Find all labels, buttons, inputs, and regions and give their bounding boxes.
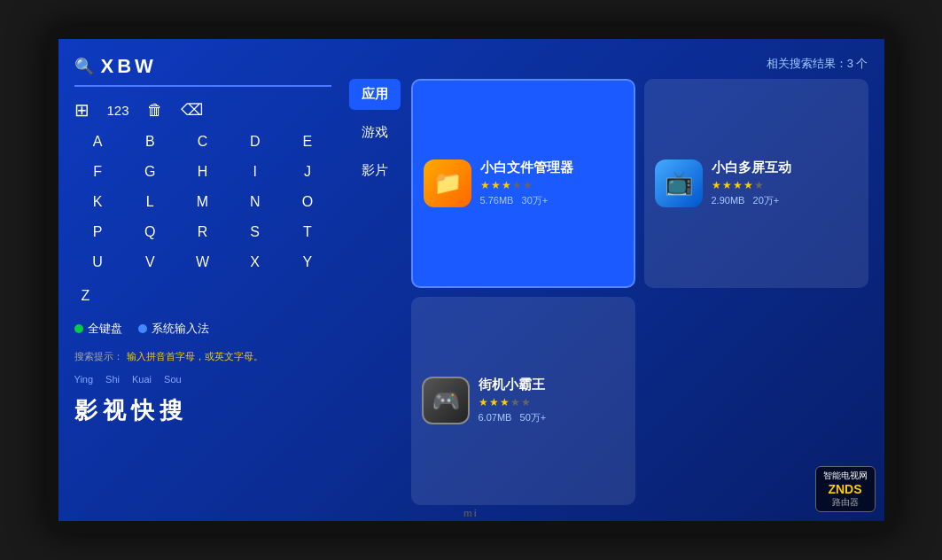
keyboard-grid: A B C D E F G H I J K L M N O — [74, 129, 331, 275]
stars-2: ★ ★ ★ ★ ★ — [479, 396, 547, 408]
key-y[interactable]: Y — [284, 250, 331, 275]
mode-full-label: 全键盘 — [88, 321, 122, 337]
mode-full-keyboard[interactable]: 全键盘 — [74, 321, 122, 337]
result-count-text: 相关搜索结果：3 个 — [767, 57, 868, 70]
input-mode-row: 全键盘 系统输入法 — [74, 321, 331, 337]
key-m[interactable]: M — [179, 190, 226, 214]
app-grid: 📁 小白文件管理器 ★ ★ ★ ★ ★ — [411, 79, 868, 505]
special-keys-row: ⊞ 123 🗑 ⌫ — [74, 99, 331, 121]
app-icon-file-manager: 📁 — [424, 159, 471, 207]
key-e[interactable]: E — [284, 129, 331, 154]
app-icon-arcade: 🎮 — [422, 377, 470, 424]
watermark-sub: 路由器 — [832, 496, 859, 509]
search-query: XBW — [101, 55, 157, 78]
chinese-ying: 影 — [74, 395, 97, 426]
watermark: 智能电视网 ZNDS 路由器 — [815, 466, 876, 512]
app-card-2[interactable]: 🎮 街机小霸王 ★ ★ ★ ★ ★ — [411, 297, 635, 506]
app-name-1: 小白多屏互动 — [712, 159, 791, 176]
keyboard-panel: 🔍 XBW ⊞ 123 🗑 ⌫ A B C — [74, 55, 331, 505]
chinese-sou: 搜 — [160, 395, 183, 426]
key-z[interactable]: Z — [74, 284, 97, 308]
pinyin-shi: Shi — [105, 374, 120, 385]
app-info-2: 街机小霸王 ★ ★ ★ ★ ★ 6.07MB 50万+ — [479, 377, 547, 424]
chinese-kuai: 快 — [131, 395, 154, 426]
key-h[interactable]: H — [179, 159, 226, 184]
key-p[interactable]: P — [74, 220, 121, 245]
key-w[interactable]: W — [179, 250, 226, 275]
z-row: Z — [74, 284, 331, 308]
app-card-1[interactable]: 📺 小白多屏互动 ★ ★ ★ ★ ★ — [644, 79, 868, 288]
key-q[interactable]: Q — [127, 220, 174, 245]
app-card-0[interactable]: 📁 小白文件管理器 ★ ★ ★ ★ ★ — [411, 79, 635, 288]
app-info-0: 小白文件管理器 ★ ★ ★ ★ ★ 5.76MB 30万+ — [480, 159, 573, 207]
hint-text: 输入拼音首字母，或英文字母。 — [127, 351, 263, 362]
pinyin-row: Ying Shi Kuai Sou — [74, 374, 331, 385]
tab-games[interactable]: 游戏 — [349, 117, 401, 148]
stars-0: ★ ★ ★ ★ ★ — [480, 179, 573, 191]
key-s[interactable]: S — [231, 220, 278, 245]
search-icon: 🔍 — [74, 57, 94, 76]
pinyin-kuai: Kuai — [132, 374, 152, 385]
key-i[interactable]: I — [231, 159, 278, 184]
key-j[interactable]: J — [284, 159, 331, 184]
mode-system-input[interactable]: 系统输入法 — [138, 321, 209, 337]
watermark-code: ZNDS — [828, 482, 861, 496]
key-c[interactable]: C — [179, 129, 226, 154]
app-meta-1: 2.90MB 20万+ — [712, 194, 791, 207]
key-d[interactable]: D — [231, 129, 278, 154]
app-name-0: 小白文件管理器 — [480, 159, 573, 176]
key-delete[interactable]: 🗑 — [147, 101, 163, 120]
key-f[interactable]: F — [74, 159, 121, 184]
search-bar[interactable]: 🔍 XBW — [74, 55, 331, 87]
tab-movies[interactable]: 影片 — [349, 155, 401, 186]
right-panel: 相关搜索结果：3 个 应用 游戏 影片 — [349, 55, 868, 505]
key-b[interactable]: B — [127, 129, 174, 154]
result-count: 相关搜索结果：3 个 — [349, 55, 868, 72]
key-backspace[interactable]: ⌫ — [181, 100, 203, 120]
content-area: 应用 游戏 影片 📁 小白文件管理器 — [349, 79, 868, 505]
key-k[interactable]: K — [74, 190, 121, 214]
dot-blue-icon — [138, 324, 147, 333]
app-icon-multi-screen: 📺 — [655, 159, 703, 207]
search-hint: 搜索提示： 输入拼音首字母，或英文字母。 — [74, 347, 331, 363]
key-t[interactable]: T — [284, 220, 331, 245]
chinese-shi: 视 — [103, 395, 126, 426]
stars-1: ★ ★ ★ ★ ★ — [712, 179, 791, 191]
category-tabs: 应用 游戏 影片 — [349, 79, 401, 505]
key-l[interactable]: L — [127, 190, 174, 214]
key-a[interactable]: A — [74, 129, 121, 154]
key-v[interactable]: V — [127, 250, 174, 275]
key-r[interactable]: R — [179, 220, 226, 245]
chinese-chars-row: 影 视 快 搜 — [74, 395, 331, 426]
mode-system-label: 系统输入法 — [152, 321, 209, 337]
key-o[interactable]: O — [284, 190, 331, 214]
app-meta-2: 6.07MB 50万+ — [479, 411, 547, 424]
hint-label: 搜索提示： — [74, 351, 123, 362]
app-info-1: 小白多屏互动 ★ ★ ★ ★ ★ 2.90MB 20万+ — [712, 159, 791, 207]
key-grid[interactable]: ⊞ — [74, 99, 90, 121]
dot-green-icon — [74, 324, 83, 333]
app-name-2: 街机小霸王 — [479, 377, 547, 393]
pinyin-ying: Ying — [74, 374, 94, 385]
app-meta-0: 5.76MB 30万+ — [480, 194, 573, 207]
tab-apps[interactable]: 应用 — [349, 79, 401, 110]
key-g[interactable]: G — [127, 159, 174, 184]
key-n[interactable]: N — [231, 190, 278, 214]
key-x[interactable]: X — [231, 250, 278, 275]
watermark-site: 智能电视网 — [823, 470, 868, 482]
pinyin-sou: Sou — [164, 374, 182, 385]
mi-logo: mi — [463, 508, 479, 518]
key-u[interactable]: U — [74, 250, 121, 275]
key-123[interactable]: 123 — [107, 103, 129, 118]
